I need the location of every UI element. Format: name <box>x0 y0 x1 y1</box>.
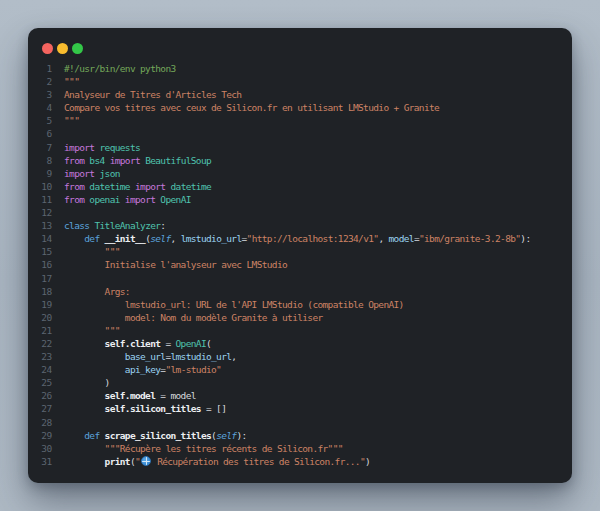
code-line: 1#!/usr/bin/env python3 <box>28 62 572 75</box>
code-text: Initialise l'analyseur avec LMStudio <box>64 258 287 271</box>
code-text: lmstudio_url: URL de l'API LMStudio (com… <box>64 298 404 311</box>
code-line: 24 api_key="lm-studio" <box>28 363 572 376</box>
code-line: 12 <box>28 206 572 219</box>
line-number: 31 <box>28 455 52 468</box>
code-line: 25 ) <box>28 376 572 389</box>
code-line: 18 Args: <box>28 285 572 298</box>
code-text: class TitleAnalyzer: <box>64 219 165 232</box>
code-line: 29 def scrape_silicon_titles(self): <box>28 429 572 442</box>
code-text: def scrape_silicon_titles(self): <box>64 429 247 442</box>
code-line: 7import requests <box>28 141 572 154</box>
code-line: 26 self.model = model <box>28 389 572 402</box>
code-area[interactable]: 1#!/usr/bin/env python32"""3Analyseur de… <box>28 62 572 468</box>
code-text: Compare vos titres avec ceux de Silicon.… <box>64 101 439 114</box>
code-line: 11from openai import OpenAI <box>28 193 572 206</box>
code-line: 6 <box>28 127 572 140</box>
line-number: 19 <box>28 298 52 311</box>
code-text: import requests <box>64 141 140 154</box>
code-text: import json <box>64 167 120 180</box>
close-button[interactable] <box>42 43 53 54</box>
code-line: 9import json <box>28 167 572 180</box>
code-text: self.model = model <box>64 389 196 402</box>
code-line: 3Analyseur de Titres d'Articles Tech <box>28 88 572 101</box>
code-text: model: Nom du modèle Granite à utiliser <box>64 311 323 324</box>
code-line: 16 Initialise l'analyseur avec LMStudio <box>28 258 572 271</box>
line-number: 8 <box>28 154 52 167</box>
line-number: 16 <box>28 258 52 271</box>
globe-icon <box>141 456 151 466</box>
code-text: ) <box>64 376 110 389</box>
line-number: 13 <box>28 219 52 232</box>
window-titlebar[interactable] <box>28 28 572 54</box>
code-editor-window: 1#!/usr/bin/env python32"""3Analyseur de… <box>28 28 572 483</box>
line-number: 20 <box>28 311 52 324</box>
line-number: 28 <box>28 416 52 429</box>
code-line: 13class TitleAnalyzer: <box>28 219 572 232</box>
line-number: 3 <box>28 88 52 101</box>
code-line: 31 print(" Récupération des titres de Si… <box>28 455 572 468</box>
code-line: 5""" <box>28 114 572 127</box>
line-number: 4 <box>28 101 52 114</box>
code-line: 15 """ <box>28 245 572 258</box>
line-number: 15 <box>28 245 52 258</box>
code-line: 17 <box>28 272 572 285</box>
code-line: 21 """ <box>28 324 572 337</box>
line-number: 23 <box>28 350 52 363</box>
code-text: base_url=lmstudio_url, <box>64 350 236 363</box>
code-line: 28 <box>28 416 572 429</box>
minimize-button[interactable] <box>57 43 68 54</box>
code-text: Analyseur de Titres d'Articles Tech <box>64 88 241 101</box>
line-number: 22 <box>28 337 52 350</box>
code-text: """ <box>64 324 120 337</box>
code-text: from openai import OpenAI <box>64 193 191 206</box>
line-number: 24 <box>28 363 52 376</box>
code-line: 27 self.silicon_titles = [] <box>28 402 572 415</box>
code-line: 10from datetime import datetime <box>28 180 572 193</box>
code-text: api_key="lm-studio" <box>64 363 221 376</box>
code-text: self.silicon_titles = [] <box>64 402 226 415</box>
line-number: 26 <box>28 389 52 402</box>
code-text: """Récupère les titres récents de Silico… <box>64 442 343 455</box>
line-number: 14 <box>28 232 52 245</box>
line-number: 12 <box>28 206 52 219</box>
line-number: 5 <box>28 114 52 127</box>
code-line: 4Compare vos titres avec ceux de Silicon… <box>28 101 572 114</box>
zoom-button[interactable] <box>72 43 83 54</box>
code-text: """ <box>64 75 79 88</box>
code-line: 2""" <box>28 75 572 88</box>
line-number: 10 <box>28 180 52 193</box>
line-number: 6 <box>28 127 52 140</box>
code-text: self.client = OpenAI( <box>64 337 211 350</box>
code-line: 8from bs4 import BeautifulSoup <box>28 154 572 167</box>
code-line: 14 def __init__(self, lmstudio_url="http… <box>28 232 572 245</box>
code-line: 23 base_url=lmstudio_url, <box>28 350 572 363</box>
line-number: 30 <box>28 442 52 455</box>
code-text: print(" Récupération des titres de Silic… <box>64 455 370 468</box>
line-number: 21 <box>28 324 52 337</box>
code-line: 20 model: Nom du modèle Granite à utilis… <box>28 311 572 324</box>
line-number: 2 <box>28 75 52 88</box>
code-text: """ <box>64 245 120 258</box>
line-number: 1 <box>28 62 52 75</box>
code-text: """ <box>64 114 79 127</box>
code-text: from bs4 import BeautifulSoup <box>64 154 211 167</box>
code-line: 22 self.client = OpenAI( <box>28 337 572 350</box>
code-text: def __init__(self, lmstudio_url="http://… <box>64 232 530 245</box>
line-number: 18 <box>28 285 52 298</box>
line-number: 25 <box>28 376 52 389</box>
line-number: 17 <box>28 272 52 285</box>
line-number: 11 <box>28 193 52 206</box>
line-number: 29 <box>28 429 52 442</box>
line-number: 7 <box>28 141 52 154</box>
line-number: 9 <box>28 167 52 180</box>
line-number: 27 <box>28 402 52 415</box>
code-text: Args: <box>64 285 130 298</box>
code-line: 19 lmstudio_url: URL de l'API LMStudio (… <box>28 298 572 311</box>
code-text: #!/usr/bin/env python3 <box>64 62 176 75</box>
code-line: 30 """Récupère les titres récents de Sil… <box>28 442 572 455</box>
code-text: from datetime import datetime <box>64 180 211 193</box>
